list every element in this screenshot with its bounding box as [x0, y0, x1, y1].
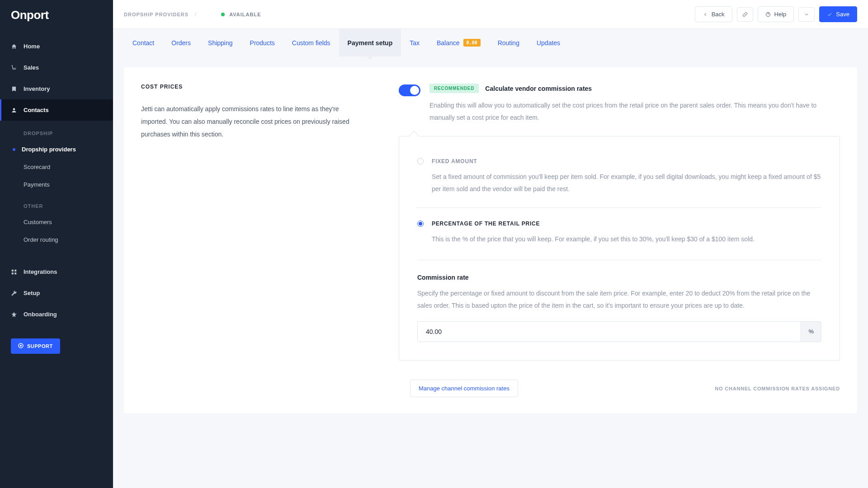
status-text: AVAILABLE	[229, 12, 261, 17]
svg-rect-2	[14, 269, 16, 271]
sub-payments[interactable]: Payments	[0, 176, 113, 193]
tab-shipping[interactable]: Shipping	[199, 29, 241, 56]
support-button[interactable]: SUPPORT	[11, 338, 60, 354]
back-button[interactable]: Back	[695, 6, 732, 22]
radio-percentage[interactable]	[417, 221, 424, 227]
help-label: Help	[774, 11, 787, 18]
recommended-badge: RECOMMENDED	[429, 84, 479, 93]
link-button[interactable]	[737, 7, 753, 22]
nav-label: Onboarding	[24, 311, 57, 318]
arrow-left-icon	[703, 12, 708, 17]
tab-custom-fields[interactable]: Custom fields	[283, 29, 339, 56]
sub-customers[interactable]: Customers	[0, 213, 113, 231]
life-ring-icon	[18, 343, 24, 349]
save-label: Save	[836, 11, 849, 18]
option-percentage[interactable]: PERCENTAGE OF THE RETAIL PRICE This is t…	[417, 207, 821, 253]
dropdown-button[interactable]	[798, 7, 815, 22]
field-desc: Specify the percentage or fixed amount t…	[417, 287, 821, 311]
nav-contacts[interactable]: Contacts	[0, 99, 113, 121]
option-desc: Set a fixed amount of commission you'll …	[417, 171, 821, 195]
tab-payment-setup[interactable]: Payment setup	[339, 29, 401, 56]
tab-label: Balance	[437, 39, 460, 47]
section-dropship: DROPSHIP	[0, 121, 113, 141]
radio-fixed[interactable]	[417, 158, 424, 164]
section-title: COST PRICES	[141, 84, 358, 90]
tab-label: Contact	[132, 39, 154, 47]
sub-label: Payments	[24, 181, 50, 188]
balance-badge: 0.00	[463, 39, 481, 47]
nav-onboarding[interactable]: Onboarding	[0, 304, 113, 325]
tab-orders[interactable]: Orders	[163, 29, 199, 56]
topbar: DROPSHIP PROVIDERS / AVAILABLE Back	[113, 0, 868, 29]
logo: Onport	[0, 8, 113, 36]
nav-sales[interactable]: Sales	[0, 57, 113, 78]
tab-tax[interactable]: Tax	[401, 29, 428, 56]
bookmark-icon	[11, 86, 17, 92]
nav-label: Contacts	[24, 107, 49, 113]
sub-label: Dropship providers	[22, 146, 76, 153]
content: COST PRICES Jetti can automatically appl…	[113, 56, 868, 488]
nav-home[interactable]: Home	[0, 36, 113, 57]
tab-updates[interactable]: Updates	[528, 29, 569, 56]
tab-balance[interactable]: Balance 0.00	[428, 29, 489, 56]
option-fixed[interactable]: FIXED AMOUNT Set a fixed amount of commi…	[417, 150, 821, 203]
card: COST PRICES Jetti can automatically appl…	[124, 67, 857, 413]
status-dot-icon	[221, 13, 225, 16]
cart-icon	[11, 65, 17, 71]
manage-rates-button[interactable]: Manage channel commission rates	[410, 380, 518, 397]
nav-label: Sales	[24, 64, 39, 71]
commission-toggle[interactable]	[399, 84, 420, 96]
tab-products[interactable]: Products	[241, 29, 283, 56]
setting-title: Calculate vendor commission rates	[485, 85, 592, 92]
option-title: FIXED AMOUNT	[432, 158, 477, 164]
sidebar: Onport Home Sales Inventory Contacts DRO…	[0, 0, 113, 488]
sub-scorecard[interactable]: Scorecard	[0, 158, 113, 176]
nav-setup[interactable]: Setup	[0, 282, 113, 304]
commission-input[interactable]	[417, 321, 801, 342]
breadcrumb-separator: /	[195, 12, 197, 17]
svg-point-6	[20, 345, 22, 347]
status: AVAILABLE	[221, 12, 261, 17]
section-other: OTHER	[0, 193, 113, 213]
main: DROPSHIP PROVIDERS / AVAILABLE Back	[113, 0, 868, 488]
tab-label: Routing	[498, 39, 519, 47]
breadcrumb-item[interactable]: DROPSHIP PROVIDERS	[124, 12, 189, 17]
tabs-bar: Contact Orders Shipping Products Custom …	[113, 29, 868, 56]
chevron-down-icon	[804, 12, 809, 17]
option-desc: This is the % of the price that you will…	[417, 233, 821, 245]
bullet-icon	[13, 148, 15, 151]
setting-description: Enabling this will allow you to automati…	[429, 99, 840, 123]
tab-label: Tax	[410, 39, 420, 47]
support-label: SUPPORT	[27, 343, 53, 349]
tab-label: Shipping	[208, 39, 233, 47]
nav-inventory[interactable]: Inventory	[0, 78, 113, 99]
check-icon	[827, 12, 832, 17]
help-button[interactable]: Help	[758, 6, 794, 22]
help-icon	[765, 12, 771, 17]
tab-contact[interactable]: Contact	[124, 29, 163, 56]
sub-label: Order routing	[24, 236, 58, 243]
commission-field: Commission rate Specify the percentage o…	[417, 260, 821, 342]
arrow-icon	[11, 311, 17, 318]
nav-label: Home	[24, 43, 40, 50]
sub-order-routing[interactable]: Order routing	[0, 231, 113, 249]
field-label: Commission rate	[417, 274, 821, 281]
tab-label: Updates	[537, 39, 560, 47]
tab-label: Payment setup	[348, 39, 393, 47]
user-icon	[11, 107, 17, 113]
nav-label: Inventory	[24, 85, 50, 92]
tab-label: Orders	[171, 39, 191, 47]
save-button[interactable]: Save	[819, 6, 857, 22]
sub-label: Customers	[24, 219, 52, 225]
nav-label: Integrations	[24, 268, 57, 275]
nav-label: Setup	[24, 290, 40, 296]
svg-rect-1	[12, 269, 14, 271]
option-title: PERCENTAGE OF THE RETAIL PRICE	[432, 221, 540, 227]
wrench-icon	[11, 290, 17, 296]
tab-routing[interactable]: Routing	[489, 29, 528, 56]
tab-label: Products	[250, 39, 275, 47]
sub-dropship-providers[interactable]: Dropship providers	[0, 141, 113, 158]
breadcrumb: DROPSHIP PROVIDERS /	[124, 12, 197, 17]
nav-integrations[interactable]: Integrations	[0, 261, 113, 282]
options-box: FIXED AMOUNT Set a fixed amount of commi…	[399, 136, 840, 361]
